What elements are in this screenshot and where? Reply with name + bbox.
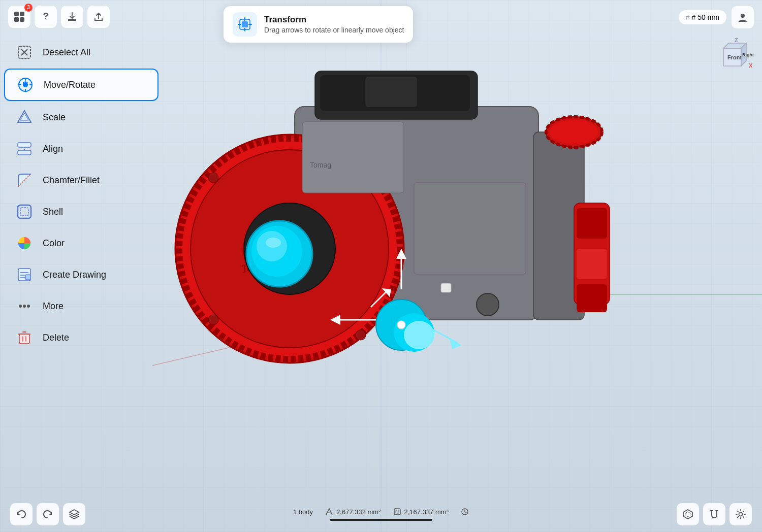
user-profile-button[interactable]: [732, 6, 754, 28]
body-count-value: 1 body: [293, 508, 313, 516]
download-button[interactable]: [61, 6, 83, 28]
svg-rect-43: [441, 283, 451, 292]
svg-point-95: [739, 513, 742, 516]
sidebar-item-create-drawing[interactable]: Create Drawing: [4, 259, 158, 290]
shell-icon: [14, 202, 35, 222]
delete-icon: [14, 327, 35, 348]
share-button[interactable]: [87, 6, 110, 28]
scale-label: Scale: [43, 112, 66, 123]
svg-point-50: [741, 14, 745, 18]
sidebar-item-more[interactable]: More: [4, 291, 158, 321]
svg-rect-44: [302, 122, 404, 193]
svg-rect-16: [577, 284, 607, 312]
left-sidebar: Deselect All Move/Rotate Scale: [0, 33, 163, 496]
tooltip-subtitle: Drag arrows to rotate or linearly move o…: [264, 26, 404, 34]
grid-icon: [14, 12, 24, 22]
svg-point-42: [397, 321, 405, 329]
surface-area-stat: 2,677.332 mm²: [325, 508, 380, 516]
svg-rect-86: [394, 509, 400, 515]
transform-icon: [233, 12, 257, 37]
progress-bar: [330, 519, 432, 521]
settings-button[interactable]: [729, 503, 752, 525]
download-icon: [67, 12, 77, 22]
svg-rect-69: [20, 208, 28, 216]
bottom-left-controls: [10, 503, 85, 525]
svg-text:Z: Z: [735, 38, 738, 43]
sidebar-item-scale[interactable]: Scale: [4, 102, 158, 132]
sidebar-item-color[interactable]: Color: [4, 228, 158, 258]
svg-rect-68: [18, 205, 31, 218]
align-icon: [14, 139, 35, 159]
svg-rect-9: [366, 77, 417, 107]
surface-area-icon: [325, 508, 333, 516]
redo-button[interactable]: [37, 503, 59, 525]
notification-badge: 3: [24, 4, 33, 12]
top-right-controls: # # 50 mm: [679, 6, 754, 28]
redo-icon: [42, 509, 53, 520]
body-count-stat: 1 body: [293, 508, 313, 516]
volume-stat: 2,167.337 mm³: [393, 508, 449, 516]
color-label: Color: [43, 238, 65, 249]
svg-line-90: [465, 512, 466, 513]
delete-label: Delete: [43, 332, 69, 343]
svg-text:Front: Front: [727, 54, 742, 60]
svg-rect-15: [577, 249, 607, 279]
clock-stat: [461, 508, 469, 516]
user-icon: [737, 12, 748, 23]
svg-point-46: [477, 293, 499, 316]
surface-area-value: 2,677.332 mm²: [336, 508, 380, 516]
sidebar-item-shell[interactable]: Shell: [4, 196, 158, 227]
undo-button[interactable]: [10, 503, 33, 525]
svg-text:Right: Right: [742, 52, 754, 57]
dimension-display[interactable]: # # 50 mm: [679, 10, 726, 24]
hash-icon: #: [686, 13, 690, 21]
shell-label: Shell: [43, 207, 63, 217]
sidebar-item-move-rotate[interactable]: Move/Rotate: [4, 69, 158, 101]
bottom-right-controls: [677, 503, 752, 525]
sidebar-item-deselect-all[interactable]: Deselect All: [4, 37, 158, 68]
svg-text:X: X: [749, 62, 753, 69]
create-drawing-label: Create Drawing: [43, 270, 106, 280]
stats-row: 1 body 2,677.332 mm² 2,167.337 mm³: [293, 508, 469, 516]
svg-rect-65: [18, 143, 31, 147]
layers-icon: [69, 509, 80, 520]
move-rotate-icon: [15, 75, 36, 95]
sidebar-item-align[interactable]: Align: [4, 134, 158, 164]
bottom-toolbar: 1 body 2,677.332 mm² 2,167.337 mm³: [0, 496, 762, 532]
svg-rect-66: [18, 150, 31, 155]
clock-icon: [461, 508, 469, 516]
create-drawing-icon: [14, 264, 35, 285]
layers-button[interactable]: [63, 503, 85, 525]
svg-rect-79: [19, 334, 29, 344]
settings-icon: [735, 509, 746, 520]
svg-point-76: [19, 305, 22, 308]
render-button[interactable]: [677, 503, 699, 525]
svg-point-78: [27, 305, 30, 308]
sidebar-item-delete[interactable]: Delete: [4, 322, 158, 353]
svg-marker-92: [685, 512, 690, 517]
svg-point-28: [208, 315, 218, 325]
tooltip-content: Transform Drag arrows to rotate or linea…: [264, 15, 404, 34]
svg-rect-87: [396, 510, 399, 513]
svg-point-77: [23, 305, 26, 308]
magnet-icon: [709, 509, 720, 520]
chamfer-fillet-icon: [14, 170, 35, 190]
svg-text:Tomag: Tomag: [310, 161, 331, 169]
view-cube-container[interactable]: Z X Front Right: [713, 38, 754, 79]
grid-view-button[interactable]: 3: [8, 6, 30, 28]
svg-point-33: [404, 321, 434, 349]
magnet-button[interactable]: [703, 503, 725, 525]
svg-rect-45: [414, 183, 526, 274]
svg-rect-14: [577, 208, 607, 239]
help-button[interactable]: ?: [35, 6, 57, 28]
svg-point-27: [208, 173, 218, 183]
color-icon: [14, 233, 35, 253]
transform-tooltip: Transform Drag arrows to rotate or linea…: [224, 6, 413, 43]
sidebar-item-chamfer-fillet[interactable]: Chamfer/Fillet: [4, 165, 158, 195]
dimension-value: # 50 mm: [692, 13, 719, 21]
svg-point-11: [550, 120, 598, 144]
svg-marker-91: [683, 510, 692, 519]
move-rotate-label: Move/Rotate: [44, 80, 96, 90]
chamfer-fillet-label: Chamfer/Fillet: [43, 175, 100, 186]
svg-rect-49: [242, 21, 248, 27]
